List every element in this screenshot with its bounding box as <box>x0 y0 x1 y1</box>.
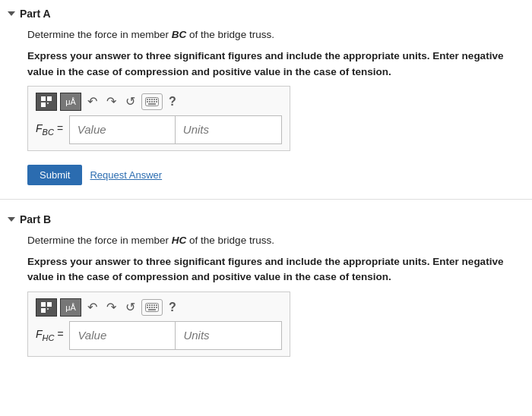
svg-rect-5 <box>147 99 148 100</box>
part-b-help-button[interactable]: ? <box>166 299 179 316</box>
part-a-section: Part A Determine the force in member BC … <box>0 0 532 193</box>
svg-rect-18 <box>41 308 46 313</box>
svg-rect-12 <box>151 101 153 102</box>
part-b-toolbar: μÅ ↶ ↷ ↺ <box>36 298 282 317</box>
part-b-collapse-icon[interactable] <box>8 217 15 222</box>
svg-rect-2 <box>41 102 46 107</box>
part-a-request-answer-button[interactable]: Request Answer <box>90 169 162 181</box>
svg-rect-9 <box>156 99 157 100</box>
part-b-units-input[interactable] <box>176 321 282 350</box>
svg-rect-31 <box>148 309 156 310</box>
part-b-reset-button[interactable]: ↺ <box>122 298 138 316</box>
svg-rect-26 <box>147 307 148 308</box>
svg-rect-22 <box>149 304 150 306</box>
part-a-content: Determine the force in member BC of the … <box>27 27 520 185</box>
svg-rect-23 <box>151 304 153 306</box>
part-a-value-input[interactable] <box>69 115 176 144</box>
svg-rect-21 <box>147 304 148 306</box>
svg-rect-28 <box>151 307 153 308</box>
part-a-desc1: Determine the force in member BC of the … <box>27 27 520 43</box>
svg-rect-11 <box>149 101 150 102</box>
svg-rect-25 <box>156 304 157 306</box>
part-a-input-box: μÅ ↶ ↷ ↺ <box>27 86 290 151</box>
part-b-answer-row: FHC = <box>36 321 282 350</box>
part-b-eq-label: FHC = <box>36 328 66 342</box>
grid-icon-button[interactable] <box>36 93 57 111</box>
svg-rect-0 <box>41 96 46 101</box>
part-b-value-input[interactable] <box>69 321 176 350</box>
svg-rect-8 <box>154 99 155 100</box>
svg-rect-14 <box>156 101 157 102</box>
svg-rect-3 <box>47 102 49 104</box>
svg-rect-29 <box>154 307 155 308</box>
svg-rect-17 <box>47 302 52 307</box>
part-b-keyboard-icon <box>145 303 159 312</box>
part-b-desc2: Express your answer to three significant… <box>27 254 520 285</box>
part-b-grid-icon-button[interactable] <box>36 298 57 317</box>
part-b-label: Part B <box>20 213 51 225</box>
page: Part A Determine the force in member BC … <box>0 0 532 416</box>
svg-rect-19 <box>47 308 49 310</box>
part-b-undo-button[interactable]: ↶ <box>84 298 100 316</box>
mu-button[interactable]: μÅ <box>60 93 81 111</box>
part-a-eq-label: FBC = <box>36 122 66 137</box>
part-b-keyboard-button[interactable] <box>141 299 163 316</box>
reset-button[interactable]: ↺ <box>122 93 138 110</box>
part-a-buttons-row: Submit Request Answer <box>27 165 520 185</box>
grid-icon-svg <box>40 96 52 108</box>
part-b-mu-button[interactable]: μÅ <box>60 298 81 317</box>
svg-rect-6 <box>149 99 150 100</box>
part-a-answer-row: FBC = <box>36 115 282 144</box>
redo-button[interactable]: ↷ <box>103 93 119 110</box>
svg-rect-15 <box>148 103 156 105</box>
section-divider <box>0 199 532 200</box>
part-a-label: Part A <box>20 8 51 20</box>
svg-rect-16 <box>41 302 46 307</box>
part-b-section: Part B Determine the force in member HC … <box>0 206 532 372</box>
part-a-collapse-icon[interactable] <box>8 11 15 16</box>
svg-rect-24 <box>154 304 155 306</box>
part-b-header: Part B <box>9 213 520 225</box>
part-b-desc1: Determine the force in member HC of the … <box>27 233 520 248</box>
part-b-content: Determine the force in member HC of the … <box>27 233 520 364</box>
undo-button[interactable]: ↶ <box>84 93 100 110</box>
svg-rect-1 <box>47 96 52 101</box>
part-b-grid-icon-svg <box>40 301 52 314</box>
keyboard-icon <box>145 97 159 106</box>
part-a-desc2: Express your answer to three significant… <box>27 49 520 80</box>
part-a-submit-button[interactable]: Submit <box>27 165 82 185</box>
part-a-units-input[interactable] <box>176 115 282 144</box>
svg-rect-13 <box>154 101 155 102</box>
part-a-header: Part A <box>9 8 520 20</box>
help-button[interactable]: ? <box>166 93 179 110</box>
part-b-redo-button[interactable]: ↷ <box>103 298 119 316</box>
part-b-input-box: μÅ ↶ ↷ ↺ <box>27 292 290 357</box>
keyboard-button[interactable] <box>141 93 163 110</box>
svg-rect-10 <box>147 101 148 102</box>
svg-rect-7 <box>151 99 153 100</box>
part-a-toolbar: μÅ ↶ ↷ ↺ <box>36 93 282 111</box>
svg-rect-30 <box>156 307 157 308</box>
svg-rect-27 <box>149 307 150 308</box>
